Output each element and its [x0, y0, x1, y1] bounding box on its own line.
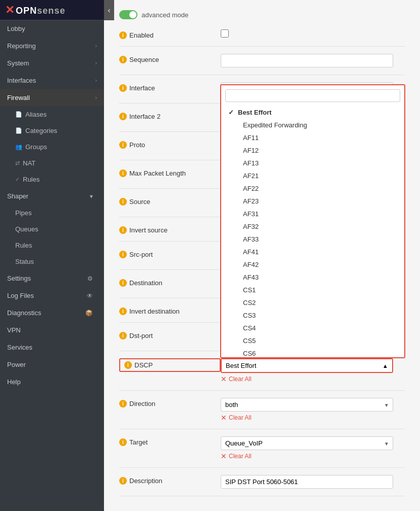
sidebar-nav: Lobby Reporting › System › Interfaces › …	[0, 20, 104, 511]
sidebar-item-status[interactable]: Status	[0, 254, 104, 270]
info-icon: i	[119, 477, 127, 485]
advanced-mode-toggle[interactable]	[119, 10, 137, 19]
enabled-checkbox[interactable]	[221, 29, 229, 38]
chevron-up-icon: ▲	[382, 363, 388, 369]
dscp-option[interactable]: AF33	[221, 233, 404, 246]
direction-select-wrapper: both in out	[221, 398, 393, 412]
sidebar-item-power[interactable]: Power	[0, 356, 104, 373]
check-icon: ✓	[15, 176, 20, 183]
destination-label: i Destination	[119, 277, 221, 287]
sidebar-item-rules[interactable]: ✓ Rules	[0, 172, 104, 188]
eye-icon: 👁	[87, 292, 93, 299]
dscp-option[interactable]: AF41	[221, 246, 404, 258]
dscp-search-input[interactable]	[225, 89, 400, 102]
sidebar-item-diagnostics[interactable]: Diagnostics 📦	[0, 304, 104, 322]
dscp-option[interactable]: CS1	[221, 284, 404, 296]
logo: ✕OPNsense	[5, 4, 65, 17]
dscp-option[interactable]: Expedited Forwarding	[221, 119, 404, 131]
sidebar: ✕OPNsense Lobby Reporting › System › Int…	[0, 0, 104, 511]
gear-icon: ⚙	[87, 275, 93, 282]
info-icon: i	[119, 31, 127, 39]
target-clear-all[interactable]: ✕ Clear All	[221, 452, 405, 460]
target-select-wrapper: Queue_VoIP	[221, 436, 393, 450]
direction-label: i Direction	[119, 398, 221, 407]
sequence-input[interactable]	[221, 54, 393, 67]
sidebar-item-vpn[interactable]: VPN	[0, 322, 104, 339]
dscp-option[interactable]: ✓Best Effort	[221, 106, 404, 119]
dscp-option[interactable]: CS2	[221, 296, 404, 309]
sidebar-item-groups[interactable]: 👥 Groups	[0, 139, 104, 155]
sidebar-item-services[interactable]: Services	[0, 339, 104, 356]
clear-icon: ✕	[221, 452, 227, 460]
chevron-right-icon: ›	[95, 60, 97, 66]
sidebar-item-help[interactable]: Help	[0, 373, 104, 391]
info-icon: i	[124, 361, 132, 369]
dscp-option[interactable]: AF23	[221, 195, 404, 208]
interface-label: i Interface	[119, 82, 221, 92]
info-icon: i	[119, 113, 127, 120]
dscp-option[interactable]: CS4	[221, 322, 404, 334]
description-control: SIP DST Port 5060-5061	[221, 475, 405, 489]
invert-destination-label: i Invert destination	[119, 305, 221, 315]
dscp-option[interactable]: CS6	[221, 347, 404, 358]
box-icon: 📦	[85, 310, 93, 317]
sidebar-header: ✕OPNsense	[0, 0, 104, 20]
sidebar-item-shaper[interactable]: Shaper ▾	[0, 188, 104, 205]
dscp-option[interactable]: AF32	[221, 220, 404, 233]
dscp-option[interactable]: AF11	[221, 131, 404, 144]
dscp-option[interactable]: AF21	[221, 169, 404, 182]
description-row: i Description SIP DST Port 5060-5061	[119, 475, 405, 496]
main-content: advanced mode i Enabled i Sequence i Int…	[104, 0, 420, 511]
sidebar-item-reporting[interactable]: Reporting ›	[0, 38, 104, 55]
sidebar-item-queues[interactable]: Queues	[0, 221, 104, 237]
nat-icon: ⇄	[15, 160, 20, 166]
sidebar-item-system[interactable]: System ›	[0, 55, 104, 72]
direction-control: both in out ✕ Clear All	[221, 398, 405, 422]
chevron-right-icon: ›	[95, 95, 97, 100]
dscp-label: i DSCP	[119, 358, 221, 372]
sidebar-item-settings[interactable]: Settings ⚙	[0, 270, 104, 287]
sidebar-item-log-files[interactable]: Log Files 👁	[0, 287, 104, 304]
sequence-control	[221, 54, 405, 67]
enabled-control	[221, 29, 405, 39]
src-port-label: i Src-port	[119, 249, 221, 258]
dscp-clear-all[interactable]: ✕ Clear All	[221, 375, 405, 383]
dscp-option[interactable]: AF42	[221, 258, 404, 271]
dscp-option[interactable]: CS3	[221, 309, 404, 322]
dscp-options-list: ✓Best EffortExpedited ForwardingAF11AF12…	[221, 106, 404, 358]
document-icon: 📄	[15, 127, 22, 134]
sidebar-item-pipes[interactable]: Pipes	[0, 205, 104, 221]
sidebar-item-aliases[interactable]: 📄 Aliases	[0, 107, 104, 123]
dscp-option[interactable]: CS5	[221, 334, 404, 347]
sidebar-item-interfaces[interactable]: Interfaces ›	[0, 72, 104, 89]
sequence-row: i Sequence	[119, 54, 405, 75]
dscp-option[interactable]: AF22	[221, 182, 404, 195]
advanced-mode-row: advanced mode	[119, 10, 405, 19]
dscp-option[interactable]: AF12	[221, 144, 404, 157]
enabled-row: i Enabled	[119, 29, 405, 47]
sidebar-item-shaper-rules[interactable]: Rules	[0, 237, 104, 254]
dscp-control: ✓Best EffortExpedited ForwardingAF11AF12…	[221, 358, 405, 383]
info-icon: i	[119, 308, 127, 315]
direction-select[interactable]: both in out	[221, 398, 393, 412]
target-label: i Target	[119, 436, 221, 446]
dscp-option[interactable]: AF43	[221, 271, 404, 284]
info-icon: i	[119, 141, 127, 149]
dscp-selected-display[interactable]: Best Effort ▲	[222, 359, 392, 372]
dscp-option[interactable]: AF31	[221, 208, 404, 220]
sidebar-item-firewall[interactable]: Firewall ›	[0, 89, 104, 107]
sidebar-item-categories[interactable]: 📄 Categories	[0, 123, 104, 139]
advanced-mode-label: advanced mode	[142, 11, 189, 19]
dscp-option[interactable]: AF13	[221, 157, 404, 169]
proto-label: i Proto	[119, 139, 221, 149]
sidebar-item-lobby[interactable]: Lobby	[0, 20, 104, 38]
description-input[interactable]: SIP DST Port 5060-5061	[221, 475, 393, 489]
source-label: i Source	[119, 196, 221, 206]
sidebar-collapse-button[interactable]: ‹	[104, 0, 114, 20]
sidebar-item-nat[interactable]: ⇄ NAT	[0, 155, 104, 172]
filter-icon: ▾	[90, 193, 93, 200]
info-icon: i	[119, 169, 127, 177]
target-select[interactable]: Queue_VoIP	[221, 436, 393, 450]
direction-clear-all[interactable]: ✕ Clear All	[221, 414, 405, 422]
info-icon: i	[119, 332, 127, 339]
